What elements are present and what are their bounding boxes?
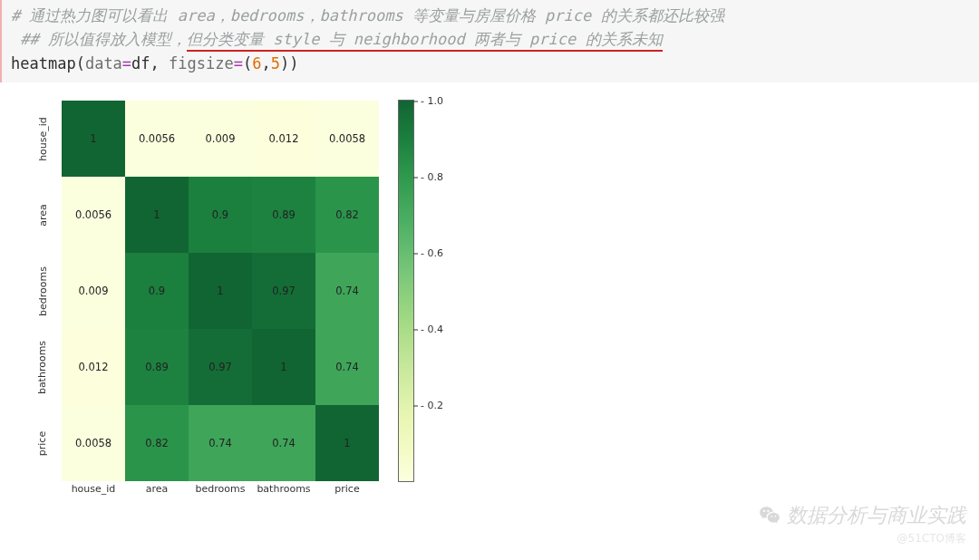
- heatmap-cell: 0.9: [189, 177, 252, 253]
- code-cell: # 通过热力图可以看出 area，bedrooms，bathrooms 等变量与…: [0, 0, 979, 82]
- heatmap-cell: 0.97: [189, 329, 252, 405]
- heatmap-cell: 0.74: [315, 329, 379, 405]
- x-tick-label: area: [125, 483, 189, 501]
- code-comment-1: # 通过热力图可以看出 area，bedrooms，bathrooms 等变量与…: [11, 6, 724, 24]
- heatmap-cell: 1: [252, 329, 315, 405]
- heatmap-cell: 0.0058: [315, 101, 379, 177]
- x-tick-label: bathrooms: [252, 483, 315, 501]
- heatmap-cell: 0.74: [189, 405, 252, 481]
- heatmap-cell: 0.0056: [62, 177, 125, 253]
- colorbar: [399, 101, 413, 481]
- y-tick-label: price: [36, 430, 48, 455]
- colorbar-ticks: - 0.2- 0.4- 0.6- 0.8- 1.0: [413, 101, 450, 481]
- heatmap-row: 0.0090.910.970.74: [62, 253, 379, 329]
- heatmap-cell: 0.0056: [125, 101, 189, 177]
- x-tick-label: house_id: [62, 483, 125, 501]
- heatmap-row: 0.00580.820.740.741: [62, 405, 379, 481]
- wechat-icon: [758, 504, 781, 527]
- heatmap-cell: 0.97: [252, 253, 315, 329]
- heatmap-cell: 0.89: [252, 177, 315, 253]
- heatmap-cell: 0.0058: [62, 405, 125, 481]
- heatmap-y-axis: house_id area bedrooms bathrooms price: [29, 101, 56, 481]
- heatmap-grid: 10.00560.0090.0120.00580.005610.90.890.8…: [62, 101, 379, 481]
- code-comment-2-underline: 但分类变量 style 与 neighborhood 两者与 price 的关系…: [187, 30, 663, 52]
- heatmap-x-axis: house_id area bedrooms bathrooms price: [62, 483, 379, 501]
- heatmap-cell: 1: [189, 253, 252, 329]
- heatmap-row: 0.0120.890.9710.74: [62, 329, 379, 405]
- colorbar-tick: - 0.8: [413, 171, 443, 183]
- y-tick-label: area: [37, 204, 49, 227]
- heatmap-cell: 1: [315, 405, 379, 481]
- watermark-sub: @51CTO博客: [758, 531, 966, 546]
- heatmap-row: 10.00560.0090.0120.0058: [62, 101, 379, 177]
- heatmap-cell: 1: [62, 101, 125, 177]
- heatmap-cell: 0.012: [252, 101, 315, 177]
- y-tick-label: house_id: [37, 117, 49, 161]
- y-tick-label: bathrooms: [37, 340, 49, 393]
- code-comment-2-lead: ## 所以值得放入模型，: [11, 30, 187, 48]
- heatmap-cell: 0.74: [252, 405, 315, 481]
- y-tick-label: bedrooms: [37, 266, 49, 316]
- heatmap-cell: 0.82: [125, 405, 189, 481]
- watermark: 数据分析与商业实践 @51CTO博客: [758, 502, 966, 546]
- heatmap-cell: 1: [125, 177, 189, 253]
- heatmap-cell: 0.009: [62, 253, 125, 329]
- x-tick-label: bedrooms: [189, 483, 252, 501]
- code-fn: heatmap: [11, 54, 76, 72]
- colorbar-tick: - 1.0: [413, 95, 443, 107]
- heatmap-cell: 0.89: [125, 329, 189, 405]
- heatmap-output: house_id area bedrooms bathrooms price 1…: [0, 82, 979, 560]
- heatmap-cell: 0.012: [62, 329, 125, 405]
- colorbar-tick: - 0.4: [413, 323, 443, 335]
- watermark-main: 数据分析与商业实践: [787, 502, 966, 529]
- heatmap-cell: 0.82: [315, 177, 379, 253]
- colorbar-tick: - 0.2: [413, 400, 443, 411]
- heatmap-cell: 0.9: [125, 253, 189, 329]
- colorbar-tick: - 0.6: [413, 247, 443, 259]
- heatmap-cell: 0.009: [189, 101, 252, 177]
- heatmap-cell: 0.74: [315, 253, 379, 329]
- x-tick-label: price: [315, 483, 379, 501]
- heatmap-row: 0.005610.90.890.82: [62, 177, 379, 253]
